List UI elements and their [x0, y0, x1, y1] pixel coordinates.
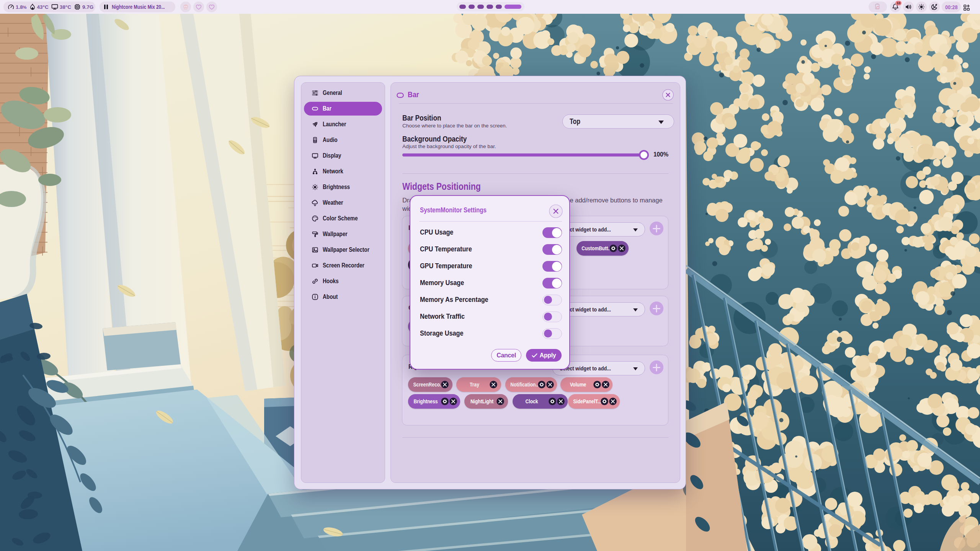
svg-text:C: C [876, 6, 879, 10]
